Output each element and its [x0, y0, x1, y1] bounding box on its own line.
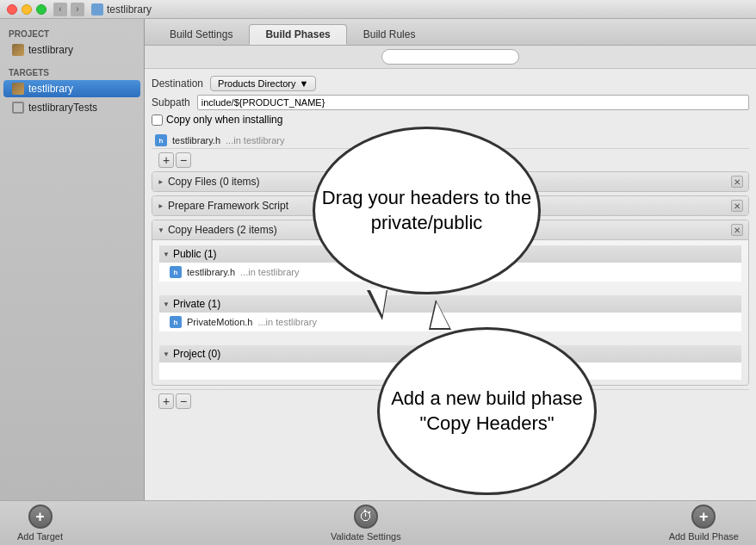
copy-only-checkbox[interactable] — [152, 115, 163, 126]
tab-build-settings[interactable]: Build Settings — [153, 24, 249, 45]
target2-icon — [12, 102, 24, 114]
window-controls — [7, 4, 46, 15]
sidebar-item-target2[interactable]: testlibraryTests — [3, 99, 140, 116]
project-icon — [12, 44, 24, 56]
add-remove-bar-bottom: + − — [152, 389, 749, 412]
tab-build-phases[interactable]: Build Phases — [249, 24, 346, 45]
phase-copy-headers: ▼ Copy Headers (2 items) ✕ ▼ Public (1) … — [152, 220, 749, 386]
tab-build-rules[interactable]: Build Rules — [347, 24, 432, 45]
sidebar: PROJECT testlibrary TARGETS testlibrary … — [0, 19, 145, 500]
header-filepath: ...in testlibrary — [226, 135, 284, 146]
add-phase-label: Add Build Phase — [669, 531, 739, 542]
public-file-item: h testlibrary.h ...in testlibrary — [166, 264, 734, 280]
content-area: Build Settings Build Phases Build Rules … — [145, 19, 756, 500]
target2-name: testlibraryTests — [28, 102, 97, 114]
subsection-project-body — [159, 362, 741, 380]
sidebar-project-name: testlibrary — [28, 44, 73, 56]
subsection-private-title: Private (1) — [173, 298, 220, 310]
target1-icon — [12, 83, 24, 95]
subsection-private-body: h PrivateMotion.h ...in testlibrary — [159, 313, 741, 331]
phase-copy-files-close[interactable]: ✕ — [731, 176, 743, 188]
remove-button-bottom[interactable]: − — [176, 393, 191, 409]
public-filepath: ...in testlibrary — [240, 267, 299, 277]
phase-copy-files-title: Copy Files (0 items) — [168, 176, 731, 188]
header-filename: testlibrary.h — [172, 135, 220, 146]
triangle-private: ▼ — [163, 300, 170, 308]
subsection-project-header[interactable]: ▼ Project (0) — [159, 345, 741, 362]
triangle-icon2: ▼ — [157, 202, 164, 209]
validate-label: Validate Settings — [331, 531, 401, 542]
back-arrow[interactable]: ‹ — [53, 3, 67, 16]
triangle-project: ▼ — [163, 350, 170, 358]
close-button[interactable] — [7, 4, 17, 15]
phase-copy-files-header[interactable]: ▼ Copy Files (0 items) ✕ — [152, 172, 748, 191]
add-button-top[interactable]: + — [158, 152, 174, 168]
subsection-private: ▼ Private (1) h PrivateMotion.h ...in te… — [159, 295, 741, 331]
add-phase-icon: + — [691, 505, 716, 529]
subsection-private-header[interactable]: ▼ Private (1) — [159, 295, 741, 313]
destination-row: Destination Products Directory ▼ — [152, 76, 749, 91]
sidebar-item-target1[interactable]: testlibrary — [3, 80, 140, 97]
add-button-bottom[interactable]: + — [158, 393, 174, 409]
window-title: testlibrary — [91, 3, 152, 15]
triangle-public: ▼ — [163, 251, 170, 258]
destination-value: Products Directory — [218, 78, 295, 89]
target1-name: testlibrary — [28, 83, 73, 95]
phase-prepare-framework: ▼ Prepare Framework Script ✕ — [152, 195, 749, 216]
main-layout: PROJECT testlibrary TARGETS testlibrary … — [0, 19, 756, 500]
subsection-public: ▼ Public (1) h testlibrary.h ...in testl… — [159, 245, 741, 282]
sidebar-item-project[interactable]: testlibrary — [3, 41, 140, 59]
add-target-label: Add Target — [17, 531, 63, 542]
subpath-row: Subpath — [152, 95, 749, 110]
h-icon-public: h — [170, 266, 182, 278]
phases-content: Destination Products Directory ▼ Subpath… — [145, 69, 756, 500]
tab-bar: Build Settings Build Phases Build Rules — [145, 19, 756, 46]
add-target-icon: + — [28, 505, 53, 529]
title-bar: ‹ › testlibrary — [0, 0, 756, 19]
subsection-public-body: h testlibrary.h ...in testlibrary — [159, 263, 741, 282]
add-remove-bar-top: + − — [152, 148, 749, 171]
h-file-icon: h — [155, 134, 167, 146]
destination-dropdown[interactable]: Products Directory ▼ — [210, 76, 316, 91]
subsection-public-header[interactable]: ▼ Public (1) — [159, 245, 741, 263]
validate-icon: ⏱ — [354, 505, 378, 529]
search-input[interactable] — [381, 49, 519, 65]
subsection-project-title: Project (0) — [173, 348, 220, 360]
subsection-public-title: Public (1) — [173, 248, 217, 260]
add-build-phase-button[interactable]: + Add Build Phase — [669, 505, 739, 542]
phase-copy-headers-close[interactable]: ✕ — [731, 224, 743, 236]
phase-copy-headers-title: Copy Headers (2 items) — [168, 224, 731, 236]
private-file-item: h PrivateMotion.h ...in testlibrary — [166, 314, 734, 330]
subpath-input[interactable] — [197, 95, 749, 110]
bottom-toolbar: + Add Target ⏱ Validate Settings + Add B… — [0, 500, 756, 545]
h-icon-private: h — [170, 316, 182, 328]
public-filename: testlibrary.h — [187, 267, 235, 277]
phase-copy-files: ▼ Copy Files (0 items) ✕ — [152, 171, 749, 192]
remove-button-top[interactable]: − — [176, 152, 191, 168]
phase-copy-headers-body: ▼ Public (1) h testlibrary.h ...in testl… — [152, 240, 748, 385]
private-filepath: ...in testlibrary — [257, 317, 316, 327]
private-filename: PrivateMotion.h — [187, 317, 252, 327]
file-icon — [91, 3, 103, 15]
minimize-button[interactable] — [22, 4, 32, 15]
subpath-label: Subpath — [152, 96, 190, 108]
triangle-icon: ▼ — [157, 178, 164, 185]
add-target-button[interactable]: + Add Target — [17, 505, 63, 542]
forward-arrow[interactable]: › — [71, 3, 84, 16]
copy-only-label: Copy only when installing — [166, 114, 282, 126]
subsection-project: ▼ Project (0) — [159, 345, 741, 380]
phase-prepare-framework-header[interactable]: ▼ Prepare Framework Script ✕ — [152, 196, 748, 215]
triangle-icon3: ▼ — [158, 226, 164, 234]
maximize-button[interactable] — [36, 4, 46, 15]
phase-prepare-title: Prepare Framework Script — [168, 200, 731, 212]
checkbox-row: Copy only when installing — [152, 114, 749, 126]
destination-label: Destination — [152, 77, 203, 90]
header-file-item: h testlibrary.h ...in testlibrary — [152, 133, 749, 148]
nav-arrows: ‹ › — [53, 3, 84, 16]
validate-center: ⏱ Validate Settings — [331, 505, 401, 542]
phase-prepare-close[interactable]: ✕ — [731, 200, 743, 212]
dropdown-arrow-icon: ▼ — [300, 78, 309, 89]
targets-section-label: TARGETS — [0, 65, 144, 79]
search-bar — [145, 46, 756, 69]
phase-copy-headers-header[interactable]: ▼ Copy Headers (2 items) ✕ — [152, 220, 748, 240]
